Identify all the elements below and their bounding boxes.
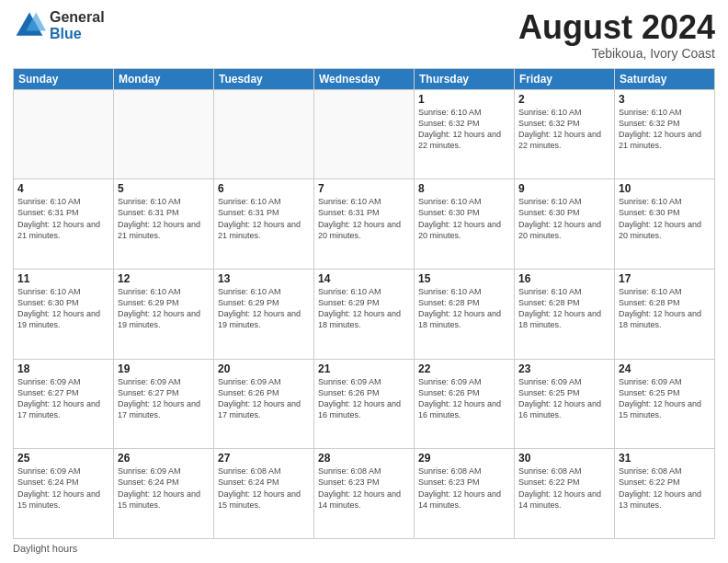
weekday-header-saturday: Saturday [615, 68, 715, 89]
day-info: Sunrise: 6:10 AM Sunset: 6:30 PM Dayligh… [17, 286, 109, 331]
calendar-day-cell: 19Sunrise: 6:09 AM Sunset: 6:27 PM Dayli… [114, 359, 214, 449]
calendar-day-cell [314, 89, 415, 179]
day-info: Sunrise: 6:10 AM Sunset: 6:29 PM Dayligh… [218, 286, 310, 331]
day-number: 11 [17, 272, 109, 285]
calendar-week-4: 18Sunrise: 6:09 AM Sunset: 6:27 PM Dayli… [14, 359, 715, 449]
day-number: 28 [318, 452, 410, 465]
daylight-hours-label: Daylight hours [13, 543, 77, 554]
day-info: Sunrise: 6:10 AM Sunset: 6:28 PM Dayligh… [518, 286, 610, 331]
day-number: 6 [218, 182, 310, 195]
day-info: Sunrise: 6:10 AM Sunset: 6:29 PM Dayligh… [318, 286, 410, 331]
calendar-day-cell: 18Sunrise: 6:09 AM Sunset: 6:27 PM Dayli… [14, 359, 114, 449]
day-info: Sunrise: 6:09 AM Sunset: 6:26 PM Dayligh… [418, 376, 510, 421]
day-info: Sunrise: 6:08 AM Sunset: 6:23 PM Dayligh… [318, 465, 410, 511]
day-info: Sunrise: 6:08 AM Sunset: 6:22 PM Dayligh… [619, 465, 711, 511]
calendar-day-cell: 23Sunrise: 6:09 AM Sunset: 6:25 PM Dayli… [515, 359, 615, 449]
title-location: Tebikoua, Ivory Coast [518, 46, 715, 61]
day-number: 13 [218, 272, 310, 285]
calendar-week-5: 25Sunrise: 6:09 AM Sunset: 6:24 PM Dayli… [14, 449, 715, 539]
day-info: Sunrise: 6:10 AM Sunset: 6:32 PM Dayligh… [619, 107, 711, 152]
day-info: Sunrise: 6:10 AM Sunset: 6:31 PM Dayligh… [118, 196, 210, 241]
calendar-day-cell: 21Sunrise: 6:09 AM Sunset: 6:26 PM Dayli… [314, 359, 415, 449]
logo: General Blue [13, 9, 105, 42]
day-info: Sunrise: 6:09 AM Sunset: 6:24 PM Dayligh… [118, 465, 210, 511]
day-number: 15 [418, 272, 510, 285]
day-number: 22 [418, 362, 510, 375]
day-info: Sunrise: 6:10 AM Sunset: 6:28 PM Dayligh… [619, 286, 711, 331]
weekday-header-wednesday: Wednesday [314, 68, 415, 89]
day-number: 4 [17, 182, 109, 195]
day-info: Sunrise: 6:08 AM Sunset: 6:23 PM Dayligh… [418, 465, 510, 511]
day-number: 5 [118, 182, 210, 195]
day-number: 30 [518, 452, 610, 465]
calendar-day-cell: 16Sunrise: 6:10 AM Sunset: 6:28 PM Dayli… [515, 269, 615, 359]
day-info: Sunrise: 6:09 AM Sunset: 6:24 PM Dayligh… [17, 465, 109, 511]
calendar-day-cell: 12Sunrise: 6:10 AM Sunset: 6:29 PM Dayli… [114, 269, 214, 359]
day-number: 29 [418, 452, 510, 465]
logo-blue-text: Blue [50, 26, 105, 42]
calendar-day-cell: 24Sunrise: 6:09 AM Sunset: 6:25 PM Dayli… [615, 359, 715, 449]
calendar-week-3: 11Sunrise: 6:10 AM Sunset: 6:30 PM Dayli… [14, 269, 715, 359]
calendar-day-cell: 15Sunrise: 6:10 AM Sunset: 6:28 PM Dayli… [415, 269, 515, 359]
weekday-header-friday: Friday [515, 68, 615, 89]
day-number: 10 [619, 182, 711, 195]
calendar-table: SundayMondayTuesdayWednesdayThursdayFrid… [13, 68, 715, 539]
calendar-day-cell: 29Sunrise: 6:08 AM Sunset: 6:23 PM Dayli… [415, 449, 515, 539]
day-info: Sunrise: 6:10 AM Sunset: 6:31 PM Dayligh… [318, 196, 410, 241]
day-number: 3 [619, 93, 711, 106]
day-info: Sunrise: 6:10 AM Sunset: 6:29 PM Dayligh… [118, 286, 210, 331]
day-info: Sunrise: 6:09 AM Sunset: 6:26 PM Dayligh… [318, 376, 410, 421]
day-info: Sunrise: 6:10 AM Sunset: 6:32 PM Dayligh… [418, 107, 510, 152]
calendar-week-1: 1Sunrise: 6:10 AM Sunset: 6:32 PM Daylig… [14, 89, 715, 179]
weekday-header-row: SundayMondayTuesdayWednesdayThursdayFrid… [14, 68, 715, 89]
logo-general-text: General [50, 9, 105, 26]
calendar-day-cell: 9Sunrise: 6:10 AM Sunset: 6:30 PM Daylig… [515, 179, 615, 270]
page: General Blue August 2024 Tebikoua, Ivory… [0, 0, 728, 563]
day-number: 17 [619, 272, 711, 285]
calendar-day-cell: 20Sunrise: 6:09 AM Sunset: 6:26 PM Dayli… [214, 359, 314, 449]
calendar-day-cell: 4Sunrise: 6:10 AM Sunset: 6:31 PM Daylig… [14, 179, 114, 270]
day-number: 18 [17, 362, 109, 375]
day-info: Sunrise: 6:08 AM Sunset: 6:24 PM Dayligh… [218, 465, 310, 511]
day-number: 27 [218, 452, 310, 465]
day-info: Sunrise: 6:10 AM Sunset: 6:30 PM Dayligh… [418, 196, 510, 241]
calendar-day-cell: 14Sunrise: 6:10 AM Sunset: 6:29 PM Dayli… [314, 269, 415, 359]
calendar-day-cell: 1Sunrise: 6:10 AM Sunset: 6:32 PM Daylig… [415, 89, 515, 179]
calendar-day-cell: 25Sunrise: 6:09 AM Sunset: 6:24 PM Dayli… [14, 449, 114, 539]
calendar-day-cell: 2Sunrise: 6:10 AM Sunset: 6:32 PM Daylig… [515, 89, 615, 179]
calendar-day-cell [114, 89, 214, 179]
day-info: Sunrise: 6:09 AM Sunset: 6:25 PM Dayligh… [518, 376, 610, 421]
day-number: 16 [518, 272, 610, 285]
day-info: Sunrise: 6:09 AM Sunset: 6:26 PM Dayligh… [218, 376, 310, 421]
day-info: Sunrise: 6:10 AM Sunset: 6:31 PM Dayligh… [17, 196, 109, 241]
day-info: Sunrise: 6:09 AM Sunset: 6:27 PM Dayligh… [118, 376, 210, 421]
calendar-day-cell: 31Sunrise: 6:08 AM Sunset: 6:22 PM Dayli… [615, 449, 715, 539]
header: General Blue August 2024 Tebikoua, Ivory… [13, 9, 715, 61]
day-number: 23 [518, 362, 610, 375]
day-number: 26 [118, 452, 210, 465]
day-number: 9 [518, 182, 610, 195]
day-info: Sunrise: 6:10 AM Sunset: 6:30 PM Dayligh… [518, 196, 610, 241]
calendar-day-cell: 28Sunrise: 6:08 AM Sunset: 6:23 PM Dayli… [314, 449, 415, 539]
calendar-day-cell: 22Sunrise: 6:09 AM Sunset: 6:26 PM Dayli… [415, 359, 515, 449]
calendar-day-cell: 10Sunrise: 6:10 AM Sunset: 6:30 PM Dayli… [615, 179, 715, 270]
day-number: 19 [118, 362, 210, 375]
calendar-day-cell: 26Sunrise: 6:09 AM Sunset: 6:24 PM Dayli… [114, 449, 214, 539]
day-info: Sunrise: 6:10 AM Sunset: 6:32 PM Dayligh… [518, 107, 610, 152]
day-number: 8 [418, 182, 510, 195]
day-info: Sunrise: 6:10 AM Sunset: 6:31 PM Dayligh… [218, 196, 310, 241]
day-number: 31 [619, 452, 711, 465]
day-number: 14 [318, 272, 410, 285]
calendar-week-2: 4Sunrise: 6:10 AM Sunset: 6:31 PM Daylig… [14, 179, 715, 270]
day-info: Sunrise: 6:09 AM Sunset: 6:27 PM Dayligh… [17, 376, 109, 421]
calendar-day-cell: 30Sunrise: 6:08 AM Sunset: 6:22 PM Dayli… [515, 449, 615, 539]
calendar-day-cell: 3Sunrise: 6:10 AM Sunset: 6:32 PM Daylig… [615, 89, 715, 179]
day-info: Sunrise: 6:08 AM Sunset: 6:22 PM Dayligh… [518, 465, 610, 511]
calendar-day-cell: 8Sunrise: 6:10 AM Sunset: 6:30 PM Daylig… [415, 179, 515, 270]
title-month: August 2024 [518, 9, 715, 46]
day-number: 25 [17, 452, 109, 465]
title-block: August 2024 Tebikoua, Ivory Coast [518, 9, 715, 61]
day-number: 21 [318, 362, 410, 375]
day-number: 2 [518, 93, 610, 106]
day-number: 20 [218, 362, 310, 375]
